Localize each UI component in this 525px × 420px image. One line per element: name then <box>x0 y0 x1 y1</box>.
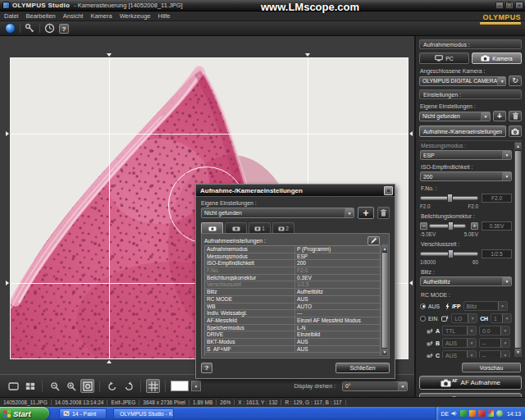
menu-datei[interactable]: Datei <box>4 12 19 20</box>
table-row[interactable]: S_AF+MFAUS <box>205 346 380 354</box>
metering-mode-select[interactable]: ESP ▼ <box>420 150 512 160</box>
scroll-down-icon[interactable]: ▼ <box>382 349 387 355</box>
grid-overlay-icon[interactable] <box>146 379 160 393</box>
group-a-value-select[interactable]: 0.0 ▼ <box>479 326 510 336</box>
connected-camera-select[interactable]: OLYMPUS DIGITAL CAMERA ▼ <box>419 76 506 86</box>
fp-flash-select[interactable]: Blitz ▼ <box>463 301 508 311</box>
ev-plus-button[interactable]: + <box>471 222 478 230</box>
grid-marker-icon[interactable] <box>6 131 9 136</box>
single-view-icon[interactable] <box>7 379 21 393</box>
globe-icon[interactable] <box>5 23 16 34</box>
table-row[interactable]: SpeichermodusL-N <box>205 325 380 332</box>
grid-marker-icon[interactable] <box>107 360 112 363</box>
table-row[interactable]: Belichtungskorrektur0.3EV <box>205 275 380 282</box>
zoom-fit-icon[interactable] <box>80 379 94 393</box>
dialog-tab-custom-2[interactable]: 2 <box>272 222 294 233</box>
tray-icon-red[interactable] <box>478 410 485 417</box>
scrollbar-thumb[interactable] <box>515 151 521 348</box>
af-aufnahme-button[interactable]: AF AF Aufnahme <box>419 376 522 390</box>
table-row[interactable]: RC MODEAUS <box>205 296 380 304</box>
display-rotate-select[interactable]: 0° ▼ <box>342 381 408 391</box>
delete-settings-button[interactable] <box>509 111 522 121</box>
table-row[interactable]: WBAUTO <box>205 304 380 311</box>
ev-minus-button[interactable]: − <box>420 222 427 230</box>
iso-select[interactable]: 200 ▼ <box>420 171 512 181</box>
rotate-right-icon[interactable] <box>121 379 135 393</box>
table-row[interactable]: BlitzAufhellblitz <box>205 289 380 296</box>
edit-settings-button[interactable] <box>368 236 380 245</box>
table-row[interactable]: Verschlusszeit1/2.5 <box>205 281 380 289</box>
ev-slider-thumb[interactable] <box>448 221 454 231</box>
flash-select[interactable]: Aufhellblitz ▼ <box>420 276 512 286</box>
language-indicator[interactable]: DE <box>441 411 449 417</box>
dialog-add-settings-button[interactable]: + <box>358 207 374 219</box>
dialog-tab-custom-1[interactable]: 1 <box>249 222 271 233</box>
menu-werkzeuge[interactable]: Werkzeuge <box>120 12 151 20</box>
menu-hilfe[interactable]: Hilfe <box>158 12 170 20</box>
sidebar-scrollbar[interactable]: ▲ ▼ <box>514 142 522 357</box>
volume-icon[interactable] <box>451 410 458 417</box>
rc-aus-radio[interactable] <box>420 304 426 309</box>
camera-settings-icon-button[interactable] <box>509 126 522 137</box>
rotate-left-icon[interactable] <box>105 379 119 393</box>
table-row[interactable]: Indiv. Weissabgl.--- <box>205 310 380 317</box>
shutter-slider[interactable] <box>420 249 478 258</box>
ev-slider[interactable] <box>429 221 466 231</box>
rc-channel-select[interactable]: 1 ▼ <box>491 313 512 323</box>
grid-marker-icon[interactable] <box>409 281 413 285</box>
table-row[interactable]: F.No.F2.0 <box>205 267 380 275</box>
scroll-up-icon[interactable]: ▲ <box>382 245 387 252</box>
group-b-value-select[interactable]: -- ▼ <box>479 338 510 348</box>
menu-bearbeiten[interactable]: Bearbeiten <box>26 12 56 20</box>
key-icon[interactable] <box>25 23 35 34</box>
rc-ein-radio[interactable] <box>420 316 426 322</box>
scroll-up-icon[interactable]: ▲ <box>515 143 521 150</box>
taskbar-task-paint[interactable]: 14 - Paint <box>59 409 107 419</box>
dialog-close-icon[interactable]: × <box>384 186 393 195</box>
grid-marker-icon[interactable] <box>6 281 9 285</box>
scroll-down-icon[interactable]: ▼ <box>515 349 521 356</box>
aufnahme-kameraeinstellungen-button[interactable]: Aufnahme-/Kameraeinstellungen <box>419 126 506 137</box>
tray-update-icon[interactable] <box>496 410 503 417</box>
custom-settings-select[interactable]: Nicht gefunden ▼ <box>419 112 491 121</box>
menu-ansicht[interactable]: Ansicht <box>63 12 84 20</box>
tray-icon-orange[interactable] <box>469 410 476 417</box>
dialog-help-button[interactable]: ? <box>201 363 212 373</box>
shutter-slider-thumb[interactable] <box>448 249 454 258</box>
swatch-dropdown-icon[interactable]: ▼ <box>191 381 201 391</box>
fno-slider[interactable] <box>420 194 478 203</box>
dialog-table-scrollbar[interactable]: ▲ ▼ <box>381 244 388 356</box>
group-c-mode-select[interactable]: AUS ▼ <box>442 350 477 358</box>
group-a-mode-select[interactable]: TTL ▼ <box>442 326 477 336</box>
thumbnail-view-icon[interactable] <box>23 379 37 393</box>
vorschau-button[interactable]: Vorschau <box>462 363 521 372</box>
taskbar-task-olympus[interactable]: OLYMPUS Studio - Ka... <box>113 409 174 419</box>
table-row[interactable]: DRIVEEinzelbild <box>205 331 380 339</box>
tray-icon-green[interactable] <box>460 410 467 417</box>
restore-button[interactable]: ❐ <box>505 2 514 9</box>
grid-marker-icon[interactable] <box>305 53 310 57</box>
table-row[interactable]: AufnahmemodusP (Programm) <box>205 246 380 253</box>
group-b-mode-select[interactable]: AUS ▼ <box>442 338 477 348</box>
kamera-mode-button[interactable]: Kamera <box>472 52 522 64</box>
dialog-custom-settings-select[interactable]: Nicht gefunden ▼ <box>201 208 354 218</box>
rc-lo-select[interactable]: LO ▼ <box>451 313 477 323</box>
background-color-swatch[interactable] <box>171 381 189 391</box>
dialog-tab-camera[interactable] <box>225 222 247 233</box>
dialog-tab-capture[interactable] <box>201 222 223 233</box>
zoom-in-icon[interactable] <box>64 379 78 393</box>
start-button[interactable]: Start <box>0 407 49 420</box>
minimize-button[interactable]: – <box>495 2 504 9</box>
fno-slider-thumb[interactable] <box>447 194 453 203</box>
table-row[interactable]: BKT-ModusAUS <box>205 339 380 346</box>
close-button[interactable]: × <box>515 2 523 9</box>
scrollbar-thumb[interactable] <box>382 253 387 348</box>
table-row[interactable]: AF-MessfeldEinzel AF Messfeld Modus <box>205 317 380 325</box>
table-row[interactable]: ISO-Empfindlichkeit200 <box>205 260 380 267</box>
grid-marker-icon[interactable] <box>409 131 413 136</box>
dialog-title-bar[interactable]: Aufnahme-/Kameraeinstellungen × <box>196 185 395 197</box>
tray-icon-multicolor[interactable] <box>487 410 494 417</box>
schliessen-button[interactable]: Schließen <box>336 363 390 373</box>
add-settings-button[interactable]: + <box>493 111 506 121</box>
grid-marker-icon[interactable] <box>107 53 112 57</box>
